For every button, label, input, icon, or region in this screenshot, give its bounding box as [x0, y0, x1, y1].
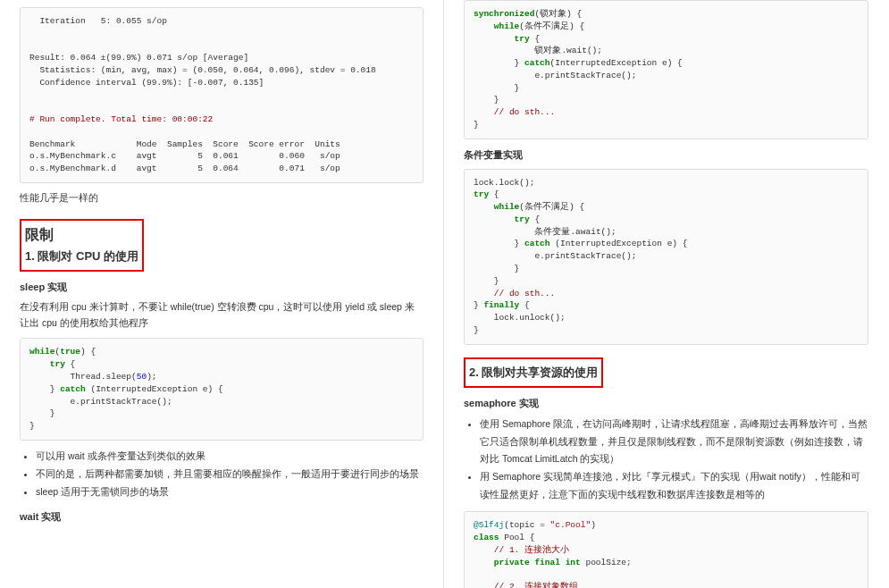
- list-item: 不同的是，后两种都需要加锁，并且需要相应的唤醒操作，一般适用于要进行同步的场景: [36, 466, 424, 483]
- perf-note: 性能几乎是一样的: [20, 190, 424, 206]
- sleep-notes-list: 可以用 wait 或条件变量达到类似的效果 不同的是，后两种都需要加锁，并且需要…: [36, 448, 424, 501]
- section-header-box-2: 2. 限制对共享资源的使用: [464, 357, 868, 388]
- semaphore-notes-list: 使用 Semaphore 限流，在访问高峰期时，让请求线程阻塞，高峰期过去再释放…: [480, 416, 868, 505]
- h2-limit: 限制: [25, 226, 138, 245]
- wait-code-block: synchronized(锁对象) { while(条件不满足) { try {…: [464, 0, 868, 139]
- section-header-box: 限制 1. 限制对 CPU 的使用: [20, 219, 424, 272]
- list-item: 可以用 wait 或条件变量达到类似的效果: [36, 448, 424, 466]
- list-item: 使用 Semaphore 限流，在访问高峰期时，让请求线程阻塞，高峰期过去再释放…: [480, 416, 868, 469]
- h4-sleep-impl: sleep 实现: [20, 281, 424, 294]
- pool-code-block: @Slf4j(topic = "c.Pool") class Pool { //…: [464, 511, 868, 588]
- h3-shared-resource: 2. 限制对共享资源的使用: [469, 365, 598, 381]
- h4-condvar-impl: 条件变量实现: [464, 148, 868, 162]
- h3-cpu-limit: 1. 限制对 CPU 的使用: [25, 248, 138, 265]
- condvar-code-block: lock.lock(); try { while(条件不满足) { try { …: [464, 169, 868, 345]
- h4-wait-impl: wait 实现: [20, 510, 424, 524]
- left-page: Iteration 5: 0.055 s/op Result: 0.064 ±(…: [0, 0, 444, 588]
- h4-semaphore-impl: semaphore 实现: [464, 397, 868, 410]
- list-item: 用 Semaphore 实现简单连接池，对比『享元模式』下的实现（用wait n…: [480, 468, 868, 504]
- benchmark-output-block: Iteration 5: 0.055 s/op Result: 0.064 ±(…: [20, 7, 424, 183]
- right-page: synchronized(锁对象) { while(条件不满足) { try {…: [444, 0, 888, 588]
- sleep-code-block: while(true) { try { Thread.sleep(50); } …: [20, 338, 424, 440]
- sleep-desc: 在没有利用 cpu 来计算时，不要让 while(true) 空转浪费 cpu，…: [20, 299, 424, 332]
- list-item: sleep 适用于无需锁同步的场景: [36, 483, 424, 501]
